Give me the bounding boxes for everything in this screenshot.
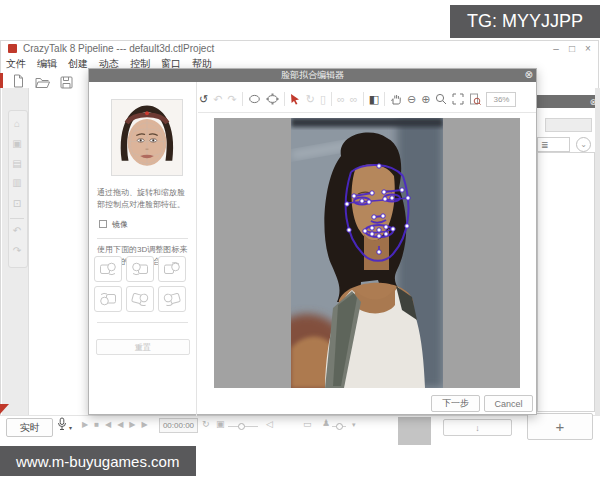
cancel-button[interactable]: Cancel [484, 395, 533, 412]
collapse-button[interactable]: ↓ [443, 419, 512, 436]
head-rotate-icon [163, 261, 181, 277]
next-step-label: 下一步 [442, 397, 469, 410]
zoom-out-icon[interactable]: ⊖ [407, 94, 416, 105]
loop-icon[interactable]: ↻ [202, 420, 210, 429]
down-arrow-glyph: ↓ [475, 423, 480, 433]
fit-view-icon[interactable]: ⊡ [8, 199, 26, 209]
chevron-down-icon[interactable]: ⌄ [576, 137, 591, 152]
adjust-head-button-5[interactable] [126, 286, 154, 312]
right-panel-button[interactable] [545, 118, 592, 132]
menu-edit[interactable]: 编辑 [37, 57, 57, 71]
reference-face-image [111, 99, 183, 176]
fit-screen-icon[interactable] [452, 93, 464, 105]
open-folder-icon [35, 76, 50, 89]
timeline-thumb-block [398, 417, 431, 445]
zoom-level-value: 36% [493, 95, 509, 104]
adjust-head-button-1[interactable] [94, 256, 122, 282]
maximize-button[interactable]: □ [564, 43, 580, 54]
next-step-button[interactable]: 下一步 [431, 395, 480, 412]
app-logo-icon [8, 44, 17, 53]
adjust-head-button-6[interactable] [158, 286, 186, 312]
select-cursor-icon[interactable] [290, 93, 301, 105]
next-frame-button[interactable]: ▶ [129, 420, 135, 429]
stop-button[interactable]: ■ [94, 420, 99, 429]
head-rotate-icon [161, 289, 183, 309]
redo-icon[interactable]: ↷ [8, 246, 26, 256]
camera-icon[interactable]: ▣ [216, 420, 225, 429]
blend-slider-knob[interactable] [336, 423, 343, 430]
transport-controls: ▶ ■ ◀ ◀ ▶ ▶ [82, 420, 148, 429]
last-frame-button[interactable]: ▶ [141, 420, 147, 429]
toolbar-separator [331, 92, 332, 106]
close-button[interactable]: × [580, 43, 596, 54]
prev-frame-button[interactable]: ◀ [117, 420, 123, 429]
sidebar-divider [10, 218, 24, 219]
window-title: CrazyTalk 8 Pipeline --- default3d.ctlPr… [23, 43, 214, 54]
track-icon[interactable]: ▭ [303, 420, 312, 429]
redo-icon[interactable]: ↷ [227, 94, 236, 105]
new-document-icon [12, 74, 25, 88]
caret-icon[interactable]: ▾ [352, 421, 356, 428]
toolbar-accent [0, 73, 3, 88]
person-icon[interactable]: ♟ [322, 419, 330, 428]
save-project-button[interactable] [60, 75, 73, 93]
microphone-icon [57, 417, 67, 431]
undo-icon[interactable]: ↶ [213, 94, 222, 105]
refresh-icon[interactable]: ↻ [306, 94, 315, 105]
timecode-field[interactable]: 00:00:00 [159, 418, 198, 433]
right-panel-tab[interactable]: ≣ [537, 137, 570, 152]
save-floppy-icon [60, 76, 73, 89]
mask-preview-icon[interactable]: ◧ [369, 94, 379, 105]
microphone-button[interactable] [57, 417, 67, 435]
right-panel-list [537, 152, 595, 412]
dialog-close-icon[interactable]: ⊗ [525, 70, 533, 80]
eyes-panel-icon[interactable]: ▤ [8, 159, 26, 169]
right-scrollbar[interactable] [595, 88, 600, 420]
mirror-checkbox[interactable] [99, 220, 107, 228]
zoom-in-icon[interactable]: ⊕ [421, 94, 430, 105]
head-rotate-icon [131, 261, 149, 277]
chevron-glyph: ⌄ [580, 140, 587, 149]
toolbar-separator [363, 92, 364, 106]
head-rotate-icon [99, 261, 117, 277]
dialog-titlebar[interactable]: 脸部拟合编辑器 ⊗ [89, 69, 536, 82]
window-titlebar: CrazyTalk 8 Pipeline --- default3d.ctlPr… [0, 40, 600, 56]
menu-create[interactable]: 创建 [68, 57, 88, 71]
add-button[interactable]: + [527, 413, 593, 440]
portrait-photo[interactable] [291, 118, 443, 388]
page-icon[interactable]: ▯ [320, 94, 326, 105]
open-project-button[interactable] [35, 75, 50, 93]
ellipse-points-tool-icon[interactable] [266, 93, 279, 105]
mic-caret-icon[interactable]: ▾ [69, 424, 72, 431]
left-panel-divider [97, 238, 188, 239]
minimize-button[interactable]: – [548, 43, 564, 54]
first-frame-button[interactable]: ◀ [105, 420, 111, 429]
adjust-head-button-2[interactable] [126, 256, 154, 282]
volume-slider-knob[interactable] [238, 423, 245, 430]
orientation-button-grid [94, 256, 190, 312]
realtime-button[interactable]: 实时 [6, 418, 53, 437]
speaker-icon[interactable]: ◁ [266, 420, 273, 429]
zoom-level-field[interactable]: 36% [486, 92, 516, 107]
watermark-top: TG: MYYJJPP [450, 5, 600, 38]
link-icon[interactable]: ∞ [337, 94, 345, 105]
toolbar-separator [284, 92, 285, 106]
ellipse-tool-icon[interactable] [248, 93, 261, 105]
face-panel-icon[interactable]: ▣ [8, 139, 26, 149]
zoom-tool-icon[interactable] [435, 93, 447, 105]
menu-file[interactable]: 文件 [6, 57, 26, 71]
zoom-page-icon[interactable] [469, 93, 481, 105]
toolbar-separator [242, 92, 243, 106]
adjust-head-button-4[interactable] [94, 286, 122, 312]
unlink-icon[interactable]: ∞ [350, 94, 358, 105]
teeth-panel-icon[interactable]: ▥ [8, 178, 26, 188]
adjust-head-button-3[interactable] [158, 256, 186, 282]
pan-hand-icon[interactable] [390, 93, 402, 105]
left-panel-divider-2 [97, 322, 188, 323]
undo-icon[interactable]: ↶ [8, 226, 26, 236]
reset-button[interactable]: 重置 [96, 339, 190, 355]
rotate-tool-icon[interactable]: ↺ [199, 94, 208, 105]
play-button[interactable]: ▶ [82, 420, 88, 429]
home-icon[interactable]: ⌂ [8, 119, 26, 129]
dialog-title: 脸部拟合编辑器 [281, 69, 344, 82]
